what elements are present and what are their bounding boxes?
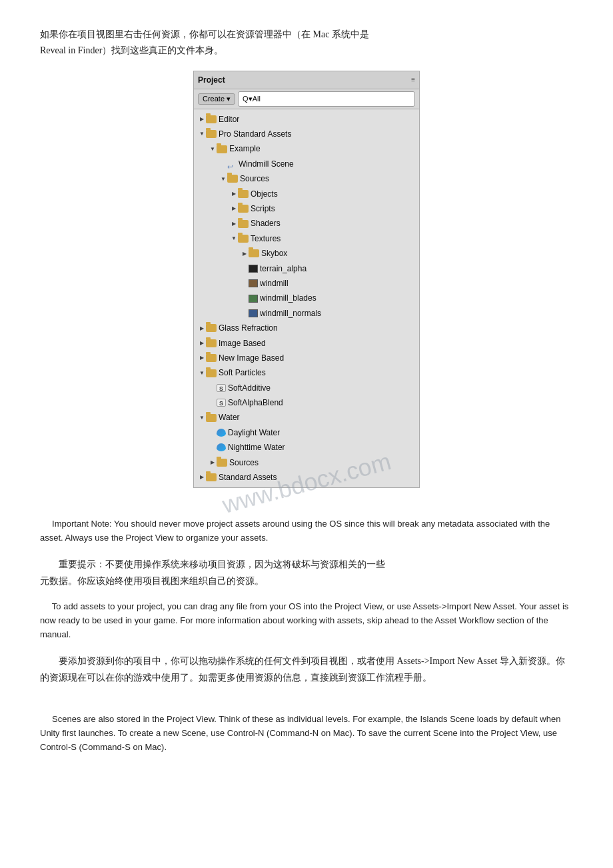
tree-item-label: Example [229, 142, 261, 155]
folder-icon [206, 115, 217, 123]
water-icon [217, 443, 226, 451]
water-icon [217, 429, 226, 437]
tree-item-label: Glass Refraction [219, 321, 278, 335]
scene-icon [227, 160, 237, 168]
note-en-2: To add assets to your project, you can d… [40, 600, 573, 641]
tree-item-label: Daylight Water [228, 426, 280, 439]
panel-title-bar: Project ≡ [194, 71, 419, 89]
tree-item[interactable]: Example [194, 141, 419, 156]
tree-item[interactable]: Water [194, 410, 419, 425]
tree-item-label: Nighttime Water [228, 441, 285, 454]
tree-item-label: Pro Standard Assets [219, 127, 291, 141]
tree-arrow[interactable] [198, 353, 206, 363]
tree-item-label: Image Based [219, 337, 266, 350]
tree-item-label: windmill_blades [260, 291, 316, 305]
folder-icon [206, 473, 217, 481]
tree-container: EditorPro Standard AssetsExampleWindmill… [194, 109, 419, 488]
tree-item-label: Objects [251, 187, 278, 201]
tree-item-label: Sources [240, 172, 269, 185]
tree-item-label: Sources [229, 456, 259, 469]
panel-title: Project [198, 73, 225, 87]
tree-item[interactable]: terrain_alpha [194, 261, 419, 276]
folder-icon [217, 459, 227, 467]
tree-arrow[interactable] [230, 219, 238, 229]
tree-item-label: Soft Particles [219, 366, 266, 379]
tree-item-label: Shaders [251, 217, 281, 230]
tree-item[interactable]: Nighttime Water [194, 440, 419, 455]
tree-item[interactable]: Glass Refraction [194, 321, 419, 335]
tree-item[interactable]: Sources [194, 455, 419, 470]
tree-arrow[interactable] [230, 234, 238, 243]
tree-item[interactable]: windmill_blades [194, 291, 419, 305]
folder-icon [238, 220, 249, 228]
tree-arrow[interactable] [198, 129, 206, 139]
tree-item[interactable]: Image Based [194, 336, 419, 351]
tree-arrow[interactable] [219, 175, 227, 184]
tree-item-label: Standard Assets [219, 471, 277, 484]
tree-item-label: Windmill Scene [239, 157, 294, 171]
tree-item[interactable]: Scripts [194, 201, 419, 216]
tree-item[interactable]: Editor [194, 112, 419, 127]
tree-arrow[interactable] [198, 369, 206, 378]
tree-item[interactable]: Skybox [194, 246, 419, 261]
tree-arrow[interactable] [198, 115, 206, 124]
project-panel: Project ≡ Create ▾ Q▾All EditorPro Stand… [193, 71, 420, 489]
tree-arrow[interactable] [230, 204, 238, 213]
shader-icon: S [217, 384, 226, 392]
tree-arrow[interactable] [230, 189, 238, 199]
tree-item-label: windmill_normals [260, 307, 321, 320]
tree-arrow[interactable] [209, 145, 217, 154]
tree-item[interactable]: New Image Based [194, 351, 419, 365]
folder-icon [206, 339, 217, 347]
tree-arrow[interactable] [198, 339, 206, 348]
tree-arrow[interactable] [198, 473, 206, 482]
folder-icon [238, 205, 249, 213]
intro-zh: 如果你在项目视图里右击任何资源，你都可以在资源管理器中（在 Mac 系统中是 R… [40, 27, 573, 59]
folder-icon [206, 369, 217, 377]
tree-item[interactable]: windmill_normals [194, 306, 419, 321]
search-box[interactable]: Q▾All [238, 91, 415, 107]
shader-icon: S [217, 399, 226, 407]
tree-arrow[interactable] [241, 249, 249, 259]
tree-item-label: Scripts [251, 202, 275, 215]
tree-item-label: terrain_alpha [260, 262, 306, 275]
tree-item[interactable]: SSoftAlphaBlend [194, 395, 419, 410]
panel-menu-icon[interactable]: ≡ [411, 74, 415, 85]
tree-item-label: SoftAlphaBlend [228, 396, 283, 409]
folder-icon [206, 130, 217, 138]
tree-item[interactable]: windmill [194, 276, 419, 291]
tree-item[interactable]: Standard Assets [194, 470, 419, 485]
folder-icon [227, 175, 238, 183]
tree-arrow[interactable] [209, 458, 217, 467]
tree-item-label: SoftAdditive [228, 381, 271, 395]
tree-arrow[interactable] [198, 413, 206, 423]
tree-item-label: Skybox [261, 247, 287, 260]
tree-item[interactable]: Windmill Scene [194, 157, 419, 171]
tree-item[interactable]: SSoftAdditive [194, 381, 419, 395]
texture-icon [249, 309, 258, 317]
tree-item[interactable]: Shaders [194, 216, 419, 231]
create-button[interactable]: Create ▾ [198, 93, 235, 105]
note-zh-1: 重要提示：不要使用操作系统来移动项目资源，因为这将破坏与资源相关的一些 元数据。… [40, 556, 573, 589]
tree-item[interactable]: Sources [194, 171, 419, 186]
note-en-3: Scenes are also stored in the Project Vi… [40, 713, 573, 754]
tree-item[interactable]: Daylight Water [194, 425, 419, 440]
tree-item[interactable]: Textures [194, 231, 419, 246]
tree-item-label: Textures [251, 232, 281, 245]
tree-item-label: Water [219, 411, 240, 424]
folder-icon [206, 324, 217, 332]
folder-icon [206, 354, 217, 362]
panel-toolbar: Create ▾ Q▾All [194, 89, 419, 109]
tree-item[interactable]: Pro Standard Assets [194, 127, 419, 141]
folder-icon [206, 414, 217, 422]
tree-item[interactable]: Soft Particles [194, 365, 419, 380]
folder-icon [217, 145, 227, 153]
tree-item-label: windmill [260, 277, 289, 290]
tree-item[interactable]: Objects [194, 187, 419, 201]
panel-container: Project ≡ Create ▾ Q▾All EditorPro Stand… [193, 71, 420, 503]
tree-arrow[interactable] [198, 324, 206, 333]
note-zh-2: 要添加资源到你的项目中，你可以拖动操作系统的任何文件到项目视图，或者使用 Ass… [40, 653, 573, 686]
folder-icon [238, 235, 249, 243]
folder-icon [238, 190, 249, 198]
note-en-1: Important Note: You should never move pr… [40, 517, 573, 545]
